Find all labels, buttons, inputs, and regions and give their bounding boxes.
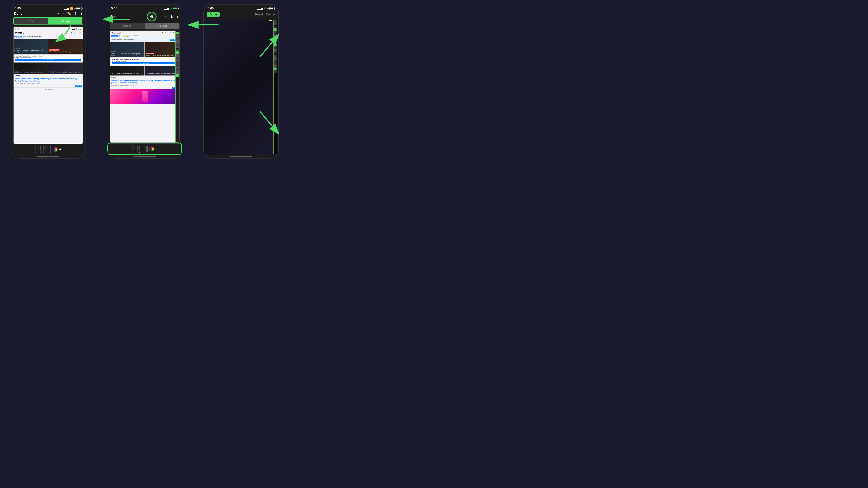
- redo-icon-2[interactable]: ↪: [165, 15, 167, 19]
- web-menu-1: ▶ f ⋮ $ ❤ 🔍: [66, 32, 82, 34]
- tool-2-blue[interactable]: [137, 146, 138, 152]
- redo-icon-1[interactable]: ↪: [62, 12, 64, 15]
- done-button-3[interactable]: Done: [207, 12, 220, 17]
- toolbar-icons-1: ↩ ↪ ✏️ 🗑 ⬆: [56, 12, 83, 15]
- more-icon-2: ⋮: [167, 32, 169, 34]
- article-text-1a: iPhone 14 Pro camera module shaking and …: [14, 49, 47, 53]
- strip-item-5: [176, 46, 179, 48]
- toolbar-icons-2: ⊕ ↩ ↪ 🗑 ⬆: [147, 12, 179, 22]
- news-badge-1: NEWS: [75, 85, 82, 87]
- consent-title-1: "Messages" would like to paste from "Saf…: [15, 55, 81, 57]
- color-picker-2[interactable]: [149, 147, 154, 151]
- wifi-icon-1: 📶: [70, 7, 73, 10]
- signal-icon-1: ▂▄▆: [64, 7, 69, 10]
- tool-pencil1[interactable]: [45, 146, 46, 153]
- strip-item-highlight: [176, 52, 179, 54]
- pen-icon-1[interactable]: ✏️: [67, 12, 71, 15]
- strip-3-14: [274, 60, 277, 62]
- fb-icon-2: f: [165, 32, 165, 34]
- tool-ruler[interactable]: [50, 146, 51, 153]
- screen-tab-2[interactable]: Screen: [110, 23, 145, 29]
- tool-2-pencil2[interactable]: [144, 146, 145, 152]
- undo-icon-1[interactable]: ↩: [56, 12, 59, 15]
- wifi-icon-3: ⌘: [264, 7, 266, 10]
- strip-item-7: [176, 54, 179, 57]
- crop-icon[interactable]: ⊕: [150, 14, 153, 19]
- done-button-1[interactable]: Done: [14, 12, 23, 15]
- tool-pen-dark1[interactable]: 07: [35, 145, 36, 153]
- scroll-strip-2[interactable]: [175, 31, 179, 142]
- phone-2: 5:05 ▂▄▆ ☀ Don ⊕ ↩ ↪ 🗑: [107, 4, 182, 159]
- strip-item-9: [176, 60, 179, 63]
- strip-item-11: [176, 66, 179, 68]
- strip-3-10: [274, 49, 277, 52]
- trash-icon-1[interactable]: 🗑: [74, 12, 77, 15]
- phone-3: 5:05 ▂▄▆ ⌘ 57 Done Reset Cancel: [204, 4, 279, 159]
- add-tool-btn-2[interactable]: +: [156, 147, 158, 151]
- tool-pen-dark2[interactable]: [38, 146, 39, 153]
- signal-icon-3: ▂▄▆: [257, 7, 263, 10]
- phone-frame-3: 5:05 ▂▄▆ ⌘ 57 Done Reset Cancel: [204, 4, 279, 159]
- fullpage-tab-2[interactable]: Full Page: [145, 23, 179, 29]
- phone-frame-2: 5:05 ▂▄▆ ☀ Don ⊕ ↩ ↪ 🗑: [107, 4, 182, 159]
- strip-3-green3: [274, 68, 277, 70]
- strip-3-4: [274, 31, 277, 33]
- web-status-icons-1: ▂▄▆⌘57%: [71, 28, 81, 30]
- article-grid-2: iOS 16 would like your permission to pas…: [13, 63, 83, 74]
- ad-text-2: Better credit score. Better possibilitie…: [112, 39, 134, 40]
- tool-2-2[interactable]: [134, 146, 135, 152]
- status-icons-2: ▂▄▆ ☀: [164, 7, 178, 10]
- drawing-tools-2: 07: [107, 143, 182, 155]
- strip-item-13: [176, 71, 179, 74]
- tool-2-pencil1[interactable]: [142, 146, 143, 152]
- art-text-2b: iPhone 14 Action mode: First impressions: [146, 55, 173, 57]
- web-time-1: 5:05: [16, 28, 19, 30]
- consent-title-2: "Messages" would like to paste from "Saf…: [112, 59, 178, 60]
- iphone-promo: [110, 89, 179, 104]
- crop-corner-bottom-right: [269, 151, 272, 153]
- full-page-strip[interactable]: [273, 20, 277, 154]
- time-3: 5:05: [208, 7, 214, 10]
- headline-2: iPhone 14 Pro camera shaking and rattlin…: [110, 79, 179, 85]
- wifi-icon-2: ☀: [170, 7, 172, 10]
- tool-pen-pink[interactable]: [43, 146, 44, 153]
- nav-iphone-2: iPhone ▾: [123, 35, 130, 37]
- dont-allow-btn-1[interactable]: Don't Allow Paste: [15, 59, 81, 61]
- tool-2-pink[interactable]: [139, 146, 140, 152]
- strip-3-1: [274, 20, 277, 23]
- nav-iphone: iPhone ▾: [27, 36, 34, 37]
- share-icon-2[interactable]: ⬆: [177, 15, 179, 19]
- tool-pencil2[interactable]: [48, 146, 48, 153]
- tool-pen-blue[interactable]: [40, 146, 41, 153]
- add-tool-btn-1[interactable]: +: [59, 147, 62, 152]
- reset-button[interactable]: Reset: [255, 13, 263, 16]
- web-status-1: 5:05 ▂▄▆⌘57%: [13, 27, 83, 31]
- trash-icon-2[interactable]: 🗑: [170, 15, 174, 18]
- consent-banner-2: "Messages" would like to paste from "Saf…: [111, 58, 179, 65]
- action-badge: ACTION MODE: [49, 49, 60, 51]
- undo-icon-2[interactable]: ↩: [159, 15, 162, 19]
- news-badge-row-1: NEWS: [13, 85, 83, 87]
- web-nav-1: 9TO5Mac ▶ f ⋮ $ ❤ 🔍: [13, 31, 83, 35]
- strip-3-11: [274, 52, 277, 55]
- tool-2-1[interactable]: 07: [131, 145, 133, 153]
- color-picker-1[interactable]: [53, 147, 58, 152]
- fullpage-tab-1[interactable]: Full Page: [48, 18, 82, 24]
- done-button-2[interactable]: Don: [111, 15, 117, 19]
- dont-allow-2[interactable]: Don't Allow Paste: [112, 62, 178, 64]
- screenshot-content-1: 5:05 ▂▄▆⌘57% 9TO5Mac ▶ f ⋮ $ ❤ 🔍: [13, 27, 83, 144]
- screen-tab-1[interactable]: Screen: [14, 18, 48, 24]
- phone-1: 5:05 ▂▄▆ 📶 57 Done ↩ ↪ ✏️ 🗑 ⬆ S: [10, 4, 86, 159]
- menu-item-youtube: ▶: [66, 32, 67, 34]
- strip-3-12: [274, 55, 277, 57]
- share-icon-1[interactable]: ⬆: [80, 12, 83, 15]
- strip-3-8: [274, 41, 277, 44]
- iphone-image: [142, 91, 148, 102]
- nav-store: Store: [23, 36, 26, 37]
- status-bar-3: 5:05 ▂▄▆ ⌘ 57: [204, 4, 278, 11]
- battery-2: [173, 7, 178, 10]
- strip-3-green1: [274, 28, 277, 31]
- tool-2-ruler[interactable]: [146, 146, 148, 152]
- strip-item-1: [176, 34, 179, 37]
- cancel-button[interactable]: Cancel: [266, 13, 275, 16]
